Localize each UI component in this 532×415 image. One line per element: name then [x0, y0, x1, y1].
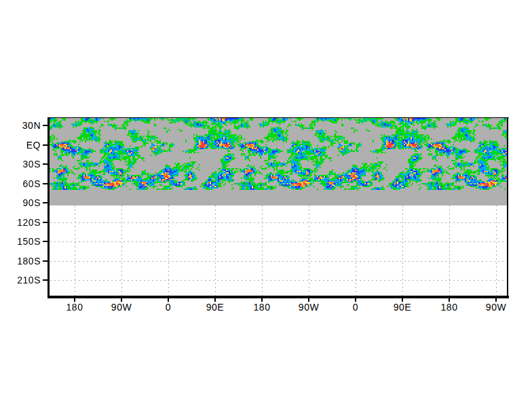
vertical-gridline — [121, 205, 122, 296]
latitude-longitude-plot: 30NEQ30S60S90S120S150S180S210S18090W090E… — [48, 117, 509, 298]
y-tick-label: EQ — [1, 140, 41, 151]
x-tick-label: 90W — [474, 302, 518, 313]
y-tick-label: 180S — [1, 256, 41, 266]
y-tick-label: 60S — [1, 178, 41, 189]
y-axis-tick — [43, 241, 48, 242]
y-axis-tick — [43, 183, 48, 184]
x-tick-label: 0 — [147, 302, 190, 313]
x-tick-label: 180 — [53, 302, 96, 313]
vertical-gridline — [449, 205, 450, 296]
x-tick-label: 90E — [193, 302, 237, 313]
vertical-gridline — [168, 205, 169, 296]
vertical-gridline — [402, 205, 403, 296]
y-tick-label: 150S — [1, 236, 41, 247]
y-tick-label: 210S — [1, 275, 41, 285]
y-axis-tick — [43, 125, 48, 126]
y-axis-tick — [43, 163, 48, 165]
vertical-gridline — [75, 205, 75, 296]
x-tick-label: 90E — [381, 302, 424, 313]
y-tick-label: 30S — [1, 159, 41, 170]
x-tick-label: 180 — [428, 302, 471, 313]
axis-bottom — [48, 296, 509, 298]
y-tick-label: 90S — [1, 197, 41, 208]
horizontal-gridline — [50, 280, 506, 281]
shaded-field-canvas — [50, 118, 507, 190]
vertical-gridline — [356, 205, 356, 296]
y-tick-label: 120S — [1, 217, 41, 228]
horizontal-gridline — [50, 241, 506, 242]
x-tick-label: 90W — [100, 302, 143, 313]
horizontal-gridline — [50, 222, 506, 223]
y-axis-tick — [43, 260, 48, 262]
vertical-gridline — [262, 205, 263, 296]
x-tick-label: 0 — [334, 302, 377, 313]
vertical-gridline — [309, 205, 309, 296]
y-axis-tick — [43, 222, 48, 223]
vertical-gridline — [215, 205, 216, 296]
y-axis-tick — [43, 144, 48, 146]
axis-right — [507, 117, 508, 298]
y-axis-tick — [43, 202, 48, 203]
x-tick-label: 180 — [240, 302, 284, 313]
horizontal-gridline — [50, 261, 506, 262]
x-tick-label: 90W — [287, 302, 330, 313]
vertical-gridline — [496, 205, 497, 296]
y-tick-label: 30N — [1, 120, 41, 131]
y-axis-tick — [43, 279, 48, 281]
